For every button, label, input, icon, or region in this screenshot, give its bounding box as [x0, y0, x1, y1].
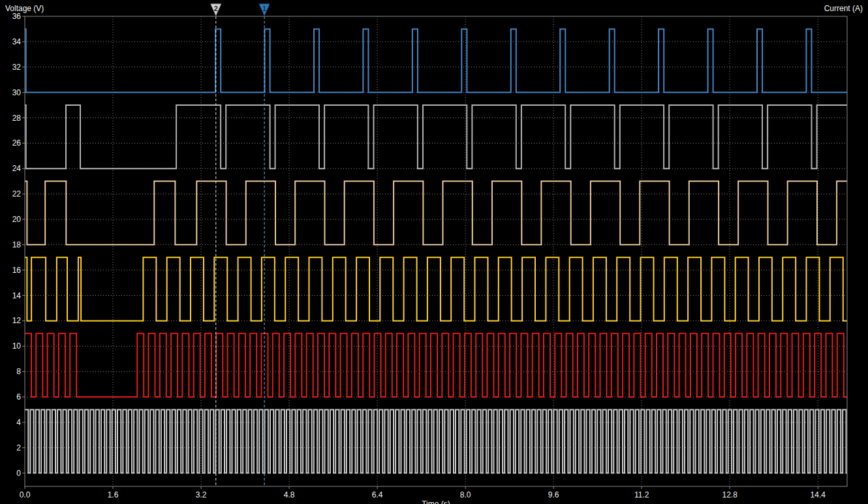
x-tick-label: 6.4: [372, 490, 383, 499]
trace-1-blue: [25, 29, 847, 92]
x-tick-label: 3.2: [196, 490, 207, 499]
y-tick-label: 20: [12, 215, 22, 224]
waveforms: [25, 29, 847, 473]
x-tick-label: 0.0: [20, 490, 31, 499]
y-tick-label: 2: [16, 443, 21, 452]
y-tick-label: 8: [16, 367, 21, 376]
y-tick-label: 16: [12, 266, 22, 275]
scope-window: { "scope": { "y_axis_label_left": "Volta…: [0, 0, 868, 504]
trace-3-tan: [25, 181, 847, 245]
y-tick-label: 36: [12, 12, 22, 21]
y-tick-label: 22: [12, 189, 22, 198]
y-tick-label: 6: [16, 392, 21, 402]
y-tick-label: 30: [12, 88, 22, 97]
trace-2-gray: [25, 105, 847, 168]
trace-6-gray-dense: [25, 409, 847, 473]
cursor-number-2: 2: [214, 5, 218, 12]
x-tick-label: 8.0: [460, 490, 471, 499]
y-tick-label: 10: [12, 341, 22, 351]
cursor-number-1: 1: [262, 5, 266, 12]
y-tick-label: 24: [12, 164, 22, 173]
y-tick-label: 28: [12, 114, 22, 123]
y-tick-label: 4: [16, 418, 21, 427]
x-tick-label: 1.6: [108, 490, 119, 499]
x-tick-label: 4.8: [284, 490, 295, 499]
x-tick-label: 9.6: [548, 490, 559, 499]
y-tick-label: 26: [12, 138, 22, 148]
y-tick-label: 12: [12, 316, 22, 325]
x-tick-label: 11.2: [634, 490, 649, 499]
y-tick-label: 34: [12, 37, 22, 46]
y-tick-label: 32: [12, 63, 22, 72]
y-tick-label: 14: [12, 291, 22, 300]
scope-plot[interactable]: 213634323028262422201816141210864200.01.…: [0, 0, 868, 504]
y-tick-label: 0: [16, 469, 21, 478]
x-tick-label: 12.8: [722, 490, 738, 499]
y-tick-label: 18: [12, 240, 22, 249]
trace-4-yellow: [25, 257, 847, 321]
trace-5-red: [25, 334, 847, 397]
x-tick-label: 14.4: [811, 490, 826, 499]
